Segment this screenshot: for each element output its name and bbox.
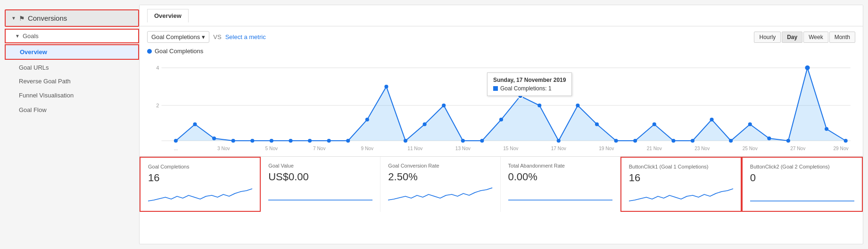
chart-area: Goal Completions Sunday, 17 November 201… (140, 46, 863, 153)
sparkline-goal-completions (148, 187, 252, 204)
svg-point-37 (767, 137, 771, 140)
sparkline-button-click1 (629, 187, 733, 204)
svg-text:9 Nov: 9 Nov (361, 146, 373, 151)
svg-point-8 (212, 137, 216, 140)
sidebar-item-goals[interactable]: ▼ Goals (5, 29, 139, 43)
svg-text:17 Nov: 17 Nov (551, 146, 566, 151)
metric-value-button-click1: 16 (629, 172, 733, 184)
svg-point-24 (518, 94, 523, 98)
svg-point-10 (250, 139, 254, 143)
flag-icon: ⚑ (19, 15, 25, 22)
svg-text:7 Nov: 7 Nov (313, 146, 325, 151)
time-btn-month[interactable]: Month (829, 32, 855, 43)
main-content: Overview Goal Completions ▾ VS Select a … (139, 5, 863, 244)
select-metric-link[interactable]: Select a metric (225, 33, 266, 40)
metric-card-button-click2: ButtonClick2 (Goal 2 Completions) 0 (742, 157, 863, 212)
metric-value-button-click2: 0 (750, 172, 854, 184)
svg-text:13 Nov: 13 Nov (455, 146, 471, 151)
metric-label-button-click2: ButtonClick2 (Goal 2 Completions) (750, 163, 854, 170)
svg-text:15 Nov: 15 Nov (503, 146, 518, 151)
sidebar-item-funnel-visualisation[interactable]: Funnel Visualisation (5, 88, 139, 103)
sidebar-item-overview[interactable]: Overview (5, 44, 139, 60)
metric-card-conversion-rate: Goal Conversion Rate 2.50% (380, 157, 500, 212)
metric-label-goal-completions: Goal Completions (148, 163, 252, 170)
metric-label-goal-value: Goal Value (268, 162, 372, 169)
svg-text:21 Nov: 21 Nov (647, 146, 662, 151)
svg-text:23 Nov: 23 Nov (694, 146, 710, 151)
svg-point-35 (729, 139, 733, 143)
sidebar-item-goal-flow[interactable]: Goal Flow (5, 103, 139, 117)
metric-label-abandonment-rate: Total Abandonment Rate (508, 162, 612, 169)
svg-text:5 Nov: 5 Nov (265, 146, 278, 151)
overview-label: Overview (20, 48, 47, 56)
svg-point-9 (231, 139, 235, 143)
svg-text:11 Nov: 11 Nov (407, 146, 422, 151)
svg-point-23 (499, 118, 503, 121)
chart-svg: 4 2 (147, 58, 855, 153)
metric-card-goal-completions: Goal Completions 16 (140, 157, 261, 212)
svg-point-29 (614, 139, 618, 143)
main-header: Overview (140, 5, 863, 26)
svg-point-20 (442, 104, 446, 107)
time-buttons: Hourly Day Week Month (754, 32, 855, 43)
svg-point-40 (825, 127, 828, 131)
svg-point-18 (404, 139, 407, 143)
conversions-label: Conversions (28, 14, 67, 22)
metric-card-goal-value: Goal Value US$0.00 (261, 157, 380, 212)
svg-text:4: 4 (156, 65, 159, 71)
svg-marker-5 (176, 68, 846, 141)
conversions-arrow-icon: ▼ (11, 16, 16, 21)
metric-dropdown-label: Goal Completions (151, 33, 200, 40)
time-btn-day[interactable]: Day (782, 32, 802, 43)
sidebar: ▼ ⚑ Conversions ▼ Goals Overview Goal UR… (5, 5, 139, 244)
chart-controls: Goal Completions ▾ VS Select a metric Ho… (140, 26, 863, 46)
time-btn-week[interactable]: Week (803, 32, 828, 43)
metric-label-button-click1: ButtonClick1 (Goal 1 Completions) (629, 163, 733, 170)
svg-point-25 (537, 104, 541, 107)
svg-point-39 (805, 65, 810, 70)
svg-point-27 (576, 104, 579, 107)
sparkline-button-click2 (750, 187, 854, 204)
metrics-row: Goal Completions 16 Goal Value US$0.00 G… (140, 156, 863, 212)
svg-point-21 (461, 139, 465, 143)
svg-text:19 Nov: 19 Nov (599, 146, 614, 151)
metric-value-abandonment-rate: 0.00% (508, 171, 612, 183)
sidebar-item-goal-urls[interactable]: Goal URLs (5, 61, 139, 74)
svg-point-33 (691, 139, 694, 143)
chart-legend: Goal Completions (147, 46, 855, 58)
metric-value-goal-completions: 16 (148, 172, 252, 184)
sidebar-item-conversions[interactable]: ▼ ⚑ Conversions (5, 9, 139, 27)
svg-point-36 (748, 122, 752, 126)
svg-point-12 (289, 139, 292, 143)
metric-label-conversion-rate: Goal Conversion Rate (388, 162, 492, 169)
dropdown-arrow-icon: ▾ (202, 33, 205, 40)
metric-card-button-click1: ButtonClick1 (Goal 1 Completions) 16 (620, 157, 742, 212)
svg-text:27 Nov: 27 Nov (790, 146, 805, 151)
sparkline-abandonment-rate (508, 186, 612, 203)
svg-point-26 (557, 139, 561, 143)
metric-dropdown[interactable]: Goal Completions ▾ (147, 31, 209, 43)
svg-point-41 (844, 139, 848, 143)
svg-point-34 (710, 118, 713, 121)
goals-label: Goals (23, 32, 39, 40)
svg-point-17 (384, 85, 388, 88)
sparkline-goal-value (268, 186, 372, 203)
chart-svg-container: Sunday, 17 November 2019 Goal Completion… (147, 58, 855, 153)
svg-point-22 (480, 139, 484, 143)
sidebar-item-reverse-goal-path[interactable]: Reverse Goal Path (5, 74, 139, 88)
goals-arrow-icon: ▼ (15, 33, 20, 39)
svg-point-19 (423, 122, 427, 126)
sparkline-conversion-rate (388, 186, 492, 203)
metric-value-conversion-rate: 2.50% (388, 171, 492, 183)
metric-card-abandonment-rate: Total Abandonment Rate 0.00% (501, 157, 620, 212)
time-btn-hourly[interactable]: Hourly (754, 32, 781, 43)
svg-point-7 (193, 122, 197, 126)
svg-point-14 (327, 139, 331, 143)
legend-label: Goal Completions (155, 48, 203, 55)
svg-point-32 (671, 139, 675, 143)
svg-text:...: ... (174, 146, 178, 151)
svg-point-28 (595, 122, 599, 126)
overview-tab[interactable]: Overview (147, 9, 189, 23)
svg-text:2: 2 (156, 103, 159, 108)
svg-text:3 Nov: 3 Nov (217, 146, 230, 151)
